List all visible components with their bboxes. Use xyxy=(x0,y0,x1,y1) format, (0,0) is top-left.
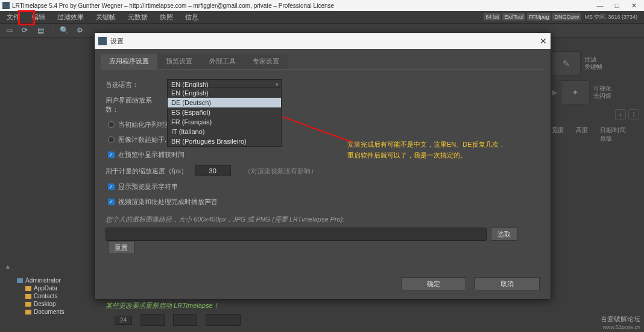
tree-item-admin[interactable]: Administrator xyxy=(5,276,101,284)
lang-option-br[interactable]: BR (Português Brasileiro) xyxy=(168,136,281,146)
tree-item-documents[interactable]: Documents xyxy=(5,308,101,316)
option-play-sound: 视频渲染和批处理完成时播放声音 xyxy=(118,197,218,206)
col-height: 高度 xyxy=(576,126,588,143)
menu-metadata[interactable]: 元数据 xyxy=(126,12,150,22)
menu-keyframes[interactable]: 关键帧 xyxy=(94,12,118,22)
badge-dngconv: DNGConv xyxy=(552,13,581,21)
gear-icon[interactable]: ⚙ xyxy=(75,26,84,34)
radio-init-seq[interactable] xyxy=(108,121,115,128)
wf-add-button[interactable]: + xyxy=(615,109,626,120)
badge-64bit: 64 bit xyxy=(484,13,500,21)
tab-external[interactable]: 外部工具 xyxy=(201,54,244,69)
columns-icon[interactable]: ▤ xyxy=(36,26,45,34)
tree-item-appdata[interactable]: AppData xyxy=(5,284,101,292)
arrow-icon: ▶ xyxy=(552,88,557,97)
checkbox-capture-time[interactable]: ✓ xyxy=(108,152,115,158)
tab-app-settings[interactable]: 应用程序设置 xyxy=(101,54,157,69)
dialog-titlebar: 设置 ✕ xyxy=(95,33,551,49)
fps-label: 用于计量的缩放速度（fps） xyxy=(106,167,188,176)
tree-item-desktop[interactable]: Desktop xyxy=(5,300,101,308)
close-button[interactable]: ✕ xyxy=(626,1,642,10)
menu-file[interactable]: 文件 xyxy=(5,12,22,22)
window-title: LRTimelapse 5.4 Pro by Gunther Wegner – … xyxy=(12,2,334,9)
col-width: 宽度 xyxy=(552,126,564,143)
ui-scale-label: 用户界面缩放系数： xyxy=(106,96,160,114)
folder-icon[interactable]: ▭ xyxy=(5,26,13,34)
restart-note: 某些更改要求重新启动 LRTimelapse！ xyxy=(106,301,540,310)
maximize-button[interactable]: □ xyxy=(609,1,625,10)
app-icon xyxy=(2,2,10,9)
badge-ffmpeg: FFMpeg xyxy=(527,13,551,21)
reload-icon[interactable]: ⟳ xyxy=(21,26,29,34)
browse-button[interactable]: 选取 xyxy=(491,228,517,241)
close-icon[interactable]: ✕ xyxy=(540,36,547,46)
lang-option-fr[interactable]: FR (Français) xyxy=(168,117,281,127)
timeline-thumb[interactable] xyxy=(173,314,197,326)
frame-count: 24 xyxy=(115,316,132,325)
title-bar: LRTimelapse 5.4 Pro by Gunther Wegner – … xyxy=(0,0,644,11)
lang-option-de[interactable]: DE (Deutsch) xyxy=(168,98,281,107)
menu-filters[interactable]: 过滤效果 xyxy=(55,12,86,22)
option-capture-time: 在预览中显示捕获时间 xyxy=(118,150,185,159)
menu-info[interactable]: 信息 xyxy=(183,12,200,22)
tab-preview[interactable]: 预览设置 xyxy=(157,54,201,69)
fps-hint: （对渲染视频没有影响） xyxy=(244,167,317,176)
timeline-thumb[interactable] xyxy=(206,314,241,326)
folder-tree: Administrator AppData Contacts Desktop D… xyxy=(5,263,101,316)
tree-item-contacts[interactable]: Contacts xyxy=(5,292,101,300)
col-datetime: 日期/时间 原版 xyxy=(600,126,626,143)
option-preview-hint: 显示预览提示字符串 xyxy=(118,182,178,191)
splash-path-input[interactable] xyxy=(106,228,487,241)
wf-step-icon-2[interactable]: ✦ xyxy=(561,80,590,104)
workflow-panel: ✎ 过滤关键帧 ▶ ✦ 可视化 去闪烁 + i 宽度 高度 日期/时间 原版 xyxy=(552,51,639,143)
tab-expert[interactable]: 专家设置 xyxy=(244,54,288,69)
ok-button[interactable]: 确定 xyxy=(401,277,466,290)
bottom-info: 24 xyxy=(115,314,241,326)
cancel-button[interactable]: 取消 xyxy=(475,277,540,290)
checkbox-play-sound[interactable]: ✓ xyxy=(108,199,115,205)
minimize-button[interactable]: — xyxy=(592,1,608,10)
menu-shortcuts[interactable]: 快照 xyxy=(158,12,175,22)
language-dropdown: EN (English) DE (Deutsch) ES (Español) F… xyxy=(167,88,282,147)
menu-bar: 文件 编辑 过滤效果 关键帧 元数据 快照 信息 64 bit ExifTool… xyxy=(0,11,644,23)
fps-input[interactable]: 30 xyxy=(195,165,231,176)
wf-label-3: 可视化 去闪烁 xyxy=(593,85,611,100)
checkbox-preview-hint[interactable]: ✓ xyxy=(108,184,115,190)
lang-option-en[interactable]: EN (English) xyxy=(168,88,281,98)
timeline-thumb[interactable] xyxy=(140,314,165,326)
dialog-tabs: 应用程序设置 预览设置 外部工具 专家设置 xyxy=(101,54,545,69)
dialog-title: 设置 xyxy=(110,37,124,46)
search-icon[interactable]: 🔍 xyxy=(60,26,68,34)
language-label: 首选语言： xyxy=(106,80,160,89)
splash-label: 您个人的溅标图像路径，大小 600x400px，JPG 或 PNG (需要 LR… xyxy=(106,215,540,224)
wf-info-button[interactable]: i xyxy=(628,109,639,120)
menu-edit[interactable]: 编辑 xyxy=(30,12,47,22)
memory-info: MS 空闲: 3616 (3734) xyxy=(582,13,639,22)
radio-img-count[interactable] xyxy=(108,136,115,143)
lang-option-es[interactable]: ES (Español) xyxy=(168,107,281,117)
app-icon xyxy=(98,37,107,45)
wf-label-1: 过滤 xyxy=(584,56,596,63)
wf-label-2: 关键帧 xyxy=(584,63,602,70)
wf-step-icon[interactable]: ✎ xyxy=(552,51,581,75)
option-img-count: 图像计数起始于... xyxy=(118,135,170,144)
badge-exiftool: ExifTool xyxy=(502,13,525,21)
settings-dialog: 设置 ✕ 应用程序设置 预览设置 外部工具 专家设置 首选语言： EN (Eng… xyxy=(94,33,551,299)
window-controls: — □ ✕ xyxy=(592,1,642,10)
lang-option-it[interactable]: IT (Italiano) xyxy=(168,127,281,136)
watermark: 吾爱破解论坛www.52pojie.cn xyxy=(601,315,640,331)
reset-button[interactable]: 重置 xyxy=(108,241,134,254)
